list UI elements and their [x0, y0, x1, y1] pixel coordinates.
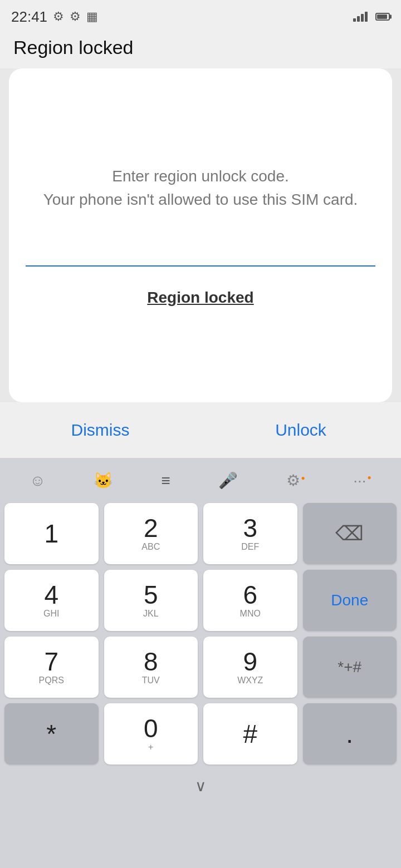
keyboard-toolbar: ☺ 🐱 ≡ 🎤 ⚙ ··· — [0, 458, 401, 500]
unlock-code-input[interactable] — [26, 239, 375, 267]
mic-toolbar-icon[interactable]: 🎤 — [211, 468, 246, 493]
key-5[interactable]: 5 JKL — [104, 570, 198, 631]
key-8[interactable]: 8 TUV — [104, 637, 198, 698]
key-0[interactable]: 0 + — [104, 703, 198, 765]
settings-toolbar-icon[interactable]: ⚙ — [278, 468, 313, 493]
action-buttons: Dismiss Unlock — [0, 402, 401, 458]
key-row-2: 4 GHI 5 JKL 6 MNO Done — [4, 570, 397, 631]
clipboard-toolbar-icon[interactable]: ≡ — [153, 468, 178, 493]
dismiss-button[interactable]: Dismiss — [0, 402, 200, 458]
keyboard-area: ☺ 🐱 ≡ 🎤 ⚙ ··· 1 2 ABC 3 DEF ⌫ — [0, 458, 401, 868]
key-row-1: 1 2 ABC 3 DEF ⌫ — [4, 503, 397, 564]
dialog-card: Enter region unlock code. Your phone isn… — [9, 68, 392, 402]
emoji-toolbar-icon[interactable]: ☺ — [22, 468, 53, 493]
key-row-3: 7 PQRS 8 TUV 9 WXYZ *+# — [4, 637, 397, 698]
settings2-icon: ⚙ — [70, 9, 81, 24]
key-dot[interactable]: . — [303, 703, 397, 765]
signal-icon — [353, 12, 368, 22]
keyboard-rows: 1 2 ABC 3 DEF ⌫ 4 GHI 5 JKL — [0, 500, 401, 768]
key-row-4: * 0 + # . — [4, 703, 397, 765]
status-right — [353, 12, 390, 22]
key-6[interactable]: 6 MNO — [203, 570, 297, 631]
backspace-key[interactable]: ⌫ — [303, 503, 397, 564]
key-7[interactable]: 7 PQRS — [4, 637, 99, 698]
settings1-icon: ⚙ — [53, 9, 64, 24]
key-4[interactable]: 4 GHI — [4, 570, 99, 631]
input-area[interactable] — [26, 239, 375, 267]
page-title: Region locked — [13, 37, 388, 58]
done-key[interactable]: Done — [303, 570, 397, 631]
time-display: 22:41 — [11, 8, 47, 26]
chevron-down-icon[interactable]: ∨ — [195, 777, 207, 795]
unlock-button[interactable]: Unlock — [200, 402, 401, 458]
region-locked-label: Region locked — [147, 289, 253, 307]
status-bar: 22:41 ⚙ ⚙ ▦ — [0, 0, 401, 31]
battery-icon — [375, 13, 390, 21]
key-star[interactable]: * — [4, 703, 99, 765]
status-left: 22:41 ⚙ ⚙ ▦ — [11, 8, 98, 26]
keyboard-bottom: ∨ — [0, 768, 401, 804]
key-9[interactable]: 9 WXYZ — [203, 637, 297, 698]
more-toolbar-icon[interactable]: ··· — [345, 468, 379, 493]
key-3[interactable]: 3 DEF — [203, 503, 297, 564]
backspace-icon: ⌫ — [335, 522, 364, 545]
page-title-bar: Region locked — [0, 31, 401, 68]
sticker-toolbar-icon[interactable]: 🐱 — [86, 468, 121, 493]
clipboard-icon: ▦ — [86, 9, 98, 24]
dialog-message: Enter region unlock code. Your phone isn… — [43, 165, 358, 211]
key-2[interactable]: 2 ABC — [104, 503, 198, 564]
key-hash[interactable]: # — [203, 703, 297, 765]
symbols-key[interactable]: *+# — [303, 637, 397, 698]
key-1[interactable]: 1 — [4, 503, 99, 564]
